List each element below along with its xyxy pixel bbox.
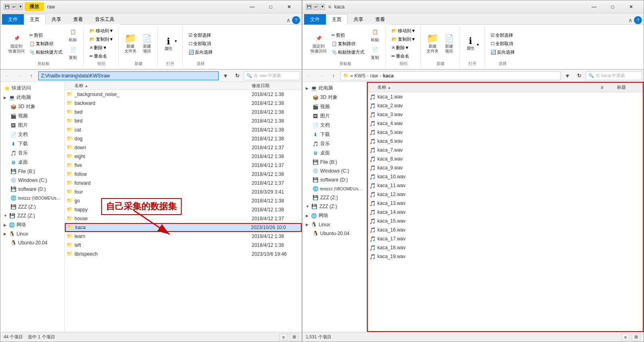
list-item[interactable]: 🎵kaca_1.wav [368,92,643,101]
right-col-num[interactable]: # [601,85,617,90]
new-folder-btn[interactable]: 📁 新建文件夹 [123,33,138,54]
properties-btn[interactable]: ℹ 属性 ▼ [162,35,179,52]
table-row[interactable]: 📁eight2018/4/12 1:38 [65,152,302,161]
minimize-button[interactable]: — [243,0,261,13]
right-sidebar-picture[interactable]: 🖼 图片 [302,111,367,121]
sidebar-document[interactable]: 📄 文档 [0,130,64,139]
table-row[interactable]: 📁learn2018/4/12 1:38 [65,232,302,241]
table-row[interactable]: 📁follow2018/4/12 1:38 [65,170,302,179]
right-dropdown-arrow[interactable]: ▼ [562,71,573,81]
list-item[interactable]: 🎵kaca_18.wav [368,243,643,252]
table-row[interactable]: 📁go2018/4/12 1:38 [65,196,302,205]
list-item[interactable]: 🎵kaca_14.wav [368,208,643,217]
paste-shortcut-btn[interactable]: 📎 粘贴快捷方式 [28,48,64,56]
copy-btn[interactable]: 📄 复制 [66,44,80,61]
tab-home[interactable]: 主页 [24,14,46,25]
quick-down-btn[interactable]: ▼ [18,4,23,10]
list-item[interactable]: 🎵kaca_19.wav [368,252,643,261]
list-item[interactable]: 🎵kaca_7.wav [368,146,643,154]
deselect-all-btn[interactable]: ☐ 全部取消 [187,40,214,48]
right-quick-down[interactable]: ▼ [320,4,325,10]
right-paste-btn[interactable]: 📋 粘贴 [368,26,382,43]
sidebar-drive-b[interactable]: 💾 File (B:) [0,167,64,176]
right-detail-view-btn[interactable]: ⊞ [632,334,640,341]
sidebar-network[interactable]: ▶ 🌐 网络 [0,220,64,229]
list-item[interactable]: 🎵kaca_12.wav [368,190,643,199]
table-row[interactable]: 📁bed2018/4/12 1:38 [65,108,302,117]
right-sidebar-zzz-sub[interactable]: 💾 ZZZ (Z:) [302,193,367,202]
list-item[interactable]: 🎵kaca_13.wav [368,199,643,208]
sidebar-drive-c[interactable]: 💿 Windows (C:) [0,176,64,185]
col-name-header[interactable]: 名称 ▲ [66,83,252,89]
right-refresh-btn[interactable]: ↻ [574,71,584,81]
table-row[interactable]: 📁librispeech2023/10/6 19:46 [65,250,302,259]
right-sidebar-linux[interactable]: ▶ 🐧 Linux [302,220,367,229]
list-item[interactable]: 🎵kaca_5.wav [368,128,643,137]
list-item[interactable]: 🎵kaca_15.wav [368,217,643,225]
right-breadcrumb-raw[interactable]: raw [370,73,378,79]
delete-btn[interactable]: ✕ 删除▼ [88,44,115,52]
sidebar-linux[interactable]: ▶ 🐧 Linux [0,229,64,238]
table-row[interactable]: 📁house2018/4/12 1:37 [65,214,302,223]
quick-undo-btn[interactable]: ↩ [11,4,17,10]
right-sidebar-3d[interactable]: 📦 3D 对象 [302,93,367,102]
tab-music-tools[interactable]: 音乐工具 [89,14,120,25]
help-btn[interactable]: ? [292,16,300,24]
sidebar-ubuntu[interactable]: 🐧 Ubuntu-20.04 [0,238,64,247]
right-pin-btn[interactable]: 📌 固定到快速访问 [309,33,328,54]
sidebar-music[interactable]: 🎵 音乐 [0,148,64,158]
right-col-name[interactable]: 名称 ▲ [369,84,601,90]
sidebar-quick-access[interactable]: ⭐ 快速访问 [0,83,64,93]
right-deselect-all-btn[interactable]: ☐ 全部取消 [489,40,516,48]
tab-share[interactable]: 共享 [46,14,67,25]
list-item[interactable]: 🎵kaca_6.wav [368,137,643,146]
list-item[interactable]: 🎵kaca_2.wav [368,101,643,110]
right-paste-shortcut-btn[interactable]: 📎 粘贴快捷方式 [330,48,366,56]
sidebar-drive-z[interactable]: ▼ 💾 ZZZ (Z:) [0,211,64,220]
list-item[interactable]: 🎵kaca_9.wav [368,163,643,172]
right-breadcrumb-kws[interactable]: « KWS [350,73,365,79]
right-sidebar-ubuntu[interactable]: 🐧 Ubuntu-20.04 [302,229,367,238]
select-all-btn[interactable]: ☑ 全部选择 [187,31,214,39]
right-move-to-btn[interactable]: 📂 移动到▼ [390,27,417,35]
table-row[interactable]: 📁forward2018/4/12 1:37 [65,179,302,188]
right-sidebar-desktop[interactable]: 🖥 桌面 [302,148,367,158]
right-sidebar-drive-b[interactable]: 💾 File (B:) [302,158,367,167]
right-properties-btn[interactable]: ℹ 属性 ▼ [464,35,481,52]
list-item[interactable]: 🎵kaca_11.wav [368,181,643,190]
quick-save-btn[interactable]: 💾 [4,4,10,10]
sidebar-3d[interactable]: 📦 3D 对象 [0,102,64,111]
right-maximize-btn[interactable]: □ [603,0,622,13]
right-delete-btn[interactable]: ✕ 删除▼ [390,44,417,52]
forward-btn[interactable]: → [14,71,25,81]
right-rename-btn[interactable]: ✏ 重命名 [390,52,417,60]
table-row[interactable]: 📁four2018/3/29 3:41 [65,188,302,196]
right-sidebar-drive-d[interactable]: 💾 software (D:) [302,175,367,184]
table-row[interactable]: 📁backward2018/4/12 1:38 [65,99,302,108]
right-select-all-btn[interactable]: ☑ 全部选择 [489,31,516,39]
right-sidebar-this-pc[interactable]: ▶ 💻 此电脑 [302,83,367,93]
right-invert-select-btn[interactable]: 🔃 反向选择 [489,48,516,56]
table-row[interactable]: 📁_background_noise_2018/4/12 1:38 [65,90,302,99]
right-sidebar-zzz[interactable]: ▼ 💾 ZZZ (Z:) [302,202,367,211]
right-close-btn[interactable]: ✕ [622,0,640,13]
right-forward-btn[interactable]: → [316,71,327,81]
table-row[interactable]: 📁dog2018/4/12 1:38 [65,134,302,143]
up-btn[interactable]: ↑ [26,71,37,81]
copy-path-btn[interactable]: 📋 复制路径 [28,40,64,48]
right-tab-share[interactable]: 共享 [348,14,369,25]
new-item-btn[interactable]: 📄 新建项目 [140,33,154,54]
right-up-btn[interactable]: ↑ [328,71,339,81]
address-input[interactable]: Z:\A\ai8x-training\data\KWS\raw [38,71,219,80]
active-tab-label[interactable]: 播放 [25,2,44,11]
right-help-btn[interactable]: ? [634,16,642,24]
ribbon-collapse-btn[interactable]: ∧ [286,17,290,23]
right-minimize-btn[interactable]: — [585,0,603,13]
list-item[interactable]: 🎵kaca_3.wav [368,110,643,119]
right-tab-file[interactable]: 文件 [304,14,326,25]
right-sidebar-download[interactable]: ⬇ 下载 [302,130,367,139]
right-sidebar-network[interactable]: ▶ 🌐 网络 [302,211,367,220]
rename-btn[interactable]: ✏ 重命名 [88,52,115,60]
right-quick-undo[interactable]: ↩ [313,4,319,10]
list-item[interactable]: 🎵kaca_16.wav [368,225,643,234]
